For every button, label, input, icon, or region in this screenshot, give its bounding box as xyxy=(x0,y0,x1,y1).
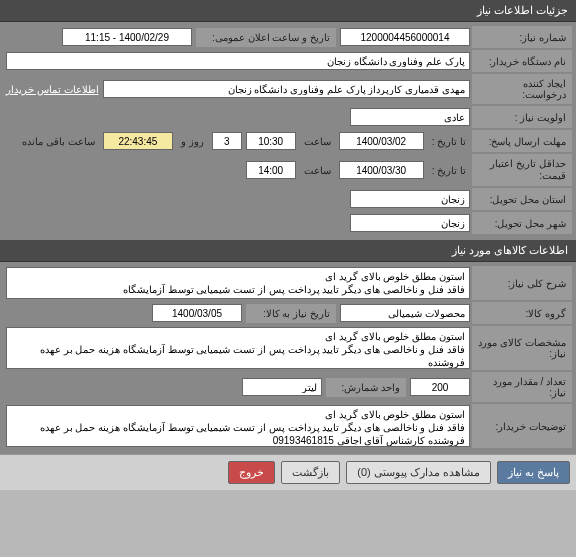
days-label: روز و xyxy=(177,136,208,147)
desc-textarea[interactable] xyxy=(6,267,470,299)
buyer-input[interactable] xyxy=(6,52,470,70)
province-label: استان محل تحویل: xyxy=(472,188,572,210)
deadline-value-cell: تا تاریخ : ساعت روز و ساعت باقی مانده xyxy=(4,130,472,152)
row-spec: مشخصات کالای مورد نیاز: xyxy=(4,326,572,370)
exit-button[interactable]: خروج xyxy=(228,461,275,484)
row-city: شهر محل تحویل: xyxy=(4,212,572,234)
validity-label: حداقل تاریخ اعتبار قیمت: xyxy=(472,154,572,186)
group-date-input[interactable] xyxy=(152,304,242,322)
announce-label: تاریخ و ساعت اعلان عمومی: xyxy=(196,28,336,47)
province-value-cell xyxy=(4,188,472,210)
announce-input[interactable] xyxy=(62,28,192,46)
notes-label: توضیحات خریدار: xyxy=(472,404,572,448)
until-time-input[interactable] xyxy=(246,132,296,150)
row-notes: توضیحات خریدار: xyxy=(4,404,572,448)
notes-textarea[interactable] xyxy=(6,405,470,447)
qty-input[interactable] xyxy=(410,378,470,396)
group-label: گروه کالا: xyxy=(472,302,572,324)
city-input[interactable] xyxy=(350,214,470,232)
row-validity: حداقل تاریخ اعتبار قیمت: تا تاریخ : ساعت xyxy=(4,154,572,186)
section2-header: اطلاعات کالاهای مورد نیاز xyxy=(0,240,576,262)
back-button[interactable]: بازگشت xyxy=(281,461,340,484)
until-date-input[interactable] xyxy=(339,132,424,150)
respond-button[interactable]: پاسخ به نیاز xyxy=(497,461,570,484)
buyer-label: نام دستگاه خریدار: xyxy=(472,50,572,72)
row-buyer: نام دستگاه خریدار: xyxy=(4,50,572,72)
qty-value-cell: واحد شمارش: xyxy=(4,372,472,402)
creator-value-cell: اطلاعات تماس خریدار xyxy=(4,74,472,104)
validity-time-input[interactable] xyxy=(246,161,296,179)
row-province: استان محل تحویل: xyxy=(4,188,572,210)
unit-input[interactable] xyxy=(242,378,322,396)
validity-until-label: تا تاریخ : xyxy=(428,165,470,176)
contact-link[interactable]: اطلاعات تماس خریدار xyxy=(6,84,99,95)
row-priority: اولویت نیاز : xyxy=(4,106,572,128)
unit-label: واحد شمارش: xyxy=(326,378,406,397)
section1-body: شماره نیاز: تاریخ و ساعت اعلان عمومی: نا… xyxy=(0,22,576,240)
validity-value-cell: تا تاریخ : ساعت xyxy=(4,154,472,186)
row-group: گروه کالا: تاریخ نیاز به کالا: xyxy=(4,302,572,324)
row-qty: تعداد / مقدار مورد نیاز: واحد شمارش: xyxy=(4,372,572,402)
desc-label: شرح کلی نیاز: xyxy=(472,266,572,300)
deadline-label: مهلت ارسال پاسخ: xyxy=(472,130,572,152)
remaining-label: ساعت باقی مانده xyxy=(18,136,99,147)
section1-header: جزئیات اطلاعات نیاز xyxy=(0,0,576,22)
spec-value-cell xyxy=(4,326,472,370)
number-value-cell: تاریخ و ساعت اعلان عمومی: xyxy=(4,26,472,48)
row-desc: شرح کلی نیاز: xyxy=(4,266,572,300)
city-value-cell xyxy=(4,212,472,234)
row-deadline: مهلت ارسال پاسخ: تا تاریخ : ساعت روز و س… xyxy=(4,130,572,152)
creator-label: ایجاد کننده درخواست: xyxy=(472,74,572,104)
group-date-label: تاریخ نیاز به کالا: xyxy=(246,304,336,323)
province-input[interactable] xyxy=(350,190,470,208)
group-input[interactable] xyxy=(340,304,470,322)
creator-input[interactable] xyxy=(103,80,470,98)
time-label-1: ساعت xyxy=(300,136,335,147)
priority-input[interactable] xyxy=(350,108,470,126)
buyer-value-cell xyxy=(4,50,472,72)
footer-bar: پاسخ به نیاز مشاهده مدارک پیوستی (0) باز… xyxy=(0,454,576,490)
remaining-time-input xyxy=(103,132,173,150)
until-label: تا تاریخ : xyxy=(428,136,470,147)
priority-value-cell xyxy=(4,106,472,128)
spec-textarea[interactable] xyxy=(6,327,470,369)
time-label-2: ساعت xyxy=(300,165,335,176)
row-number: شماره نیاز: تاریخ و ساعت اعلان عمومی: xyxy=(4,26,572,48)
attachments-button[interactable]: مشاهده مدارک پیوستی (0) xyxy=(346,461,491,484)
priority-label: اولویت نیاز : xyxy=(472,106,572,128)
section2-body: شرح کلی نیاز: گروه کالا: تاریخ نیاز به ک… xyxy=(0,262,576,454)
city-label: شهر محل تحویل: xyxy=(472,212,572,234)
row-creator: ایجاد کننده درخواست: اطلاعات تماس خریدار xyxy=(4,74,572,104)
spec-label: مشخصات کالای مورد نیاز: xyxy=(472,326,572,370)
days-input[interactable] xyxy=(212,132,242,150)
notes-value-cell xyxy=(4,404,472,448)
qty-label: تعداد / مقدار مورد نیاز: xyxy=(472,372,572,402)
number-label: شماره نیاز: xyxy=(472,26,572,48)
number-input[interactable] xyxy=(340,28,470,46)
deadline-label-text: مهلت ارسال پاسخ: xyxy=(489,136,566,147)
desc-value-cell xyxy=(4,266,472,300)
validity-date-input[interactable] xyxy=(339,161,424,179)
group-value-cell: تاریخ نیاز به کالا: xyxy=(4,302,472,324)
